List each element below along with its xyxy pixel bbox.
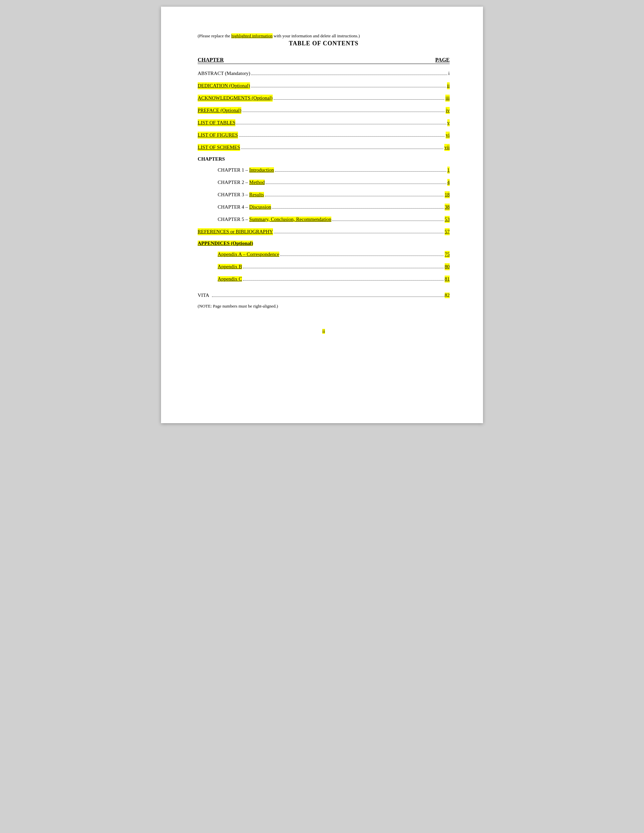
appendix-b-dots	[243, 268, 444, 268]
main-title: TABLE OF CONTENTS	[198, 40, 450, 47]
appendices-list: Appendix A – Correspondence 75 Appendix …	[198, 251, 450, 283]
chapter-4-dots	[272, 208, 444, 209]
toc-entry-chapter-2: CHAPTER 2 – Method 4	[218, 179, 450, 186]
chapter-5-dots	[332, 220, 444, 221]
preface-dots	[242, 112, 445, 112]
chapter-3-page: 18	[445, 191, 450, 198]
chapter-3-dots	[265, 196, 444, 196]
chapters-heading: CHAPTERS	[198, 156, 450, 162]
toc-entry-dedication: DEDICATION (Optional) ii	[198, 82, 450, 89]
chapter-1-title: CHAPTER 1 – Introduction	[218, 167, 274, 174]
chapter-2-dots	[266, 183, 446, 184]
abstract-page: i	[448, 70, 450, 77]
chapters-list: CHAPTER 1 – Introduction 1 CHAPTER 2 – M…	[198, 167, 450, 223]
toc-entry-chapter-5: CHAPTER 5 – Summary, Conclusion, Recomme…	[218, 216, 450, 223]
chapter-1-page: 1	[448, 167, 450, 174]
list-of-figures-dots	[239, 136, 445, 137]
toc-entry-appendix-b: Appendix B 80	[218, 263, 450, 270]
toc-entry-appendix-a: Appendix A – Correspondence 75	[218, 251, 450, 258]
chapter-2-title: CHAPTER 2 – Method	[218, 179, 265, 186]
list-of-figures-page: vi	[446, 132, 450, 138]
instruction-text-after: with your information and delete all ins…	[273, 33, 360, 38]
vita-left: VITA	[198, 293, 445, 298]
instruction-highlighted: highlighted information	[231, 33, 273, 38]
appendix-c-title: Appendix C	[218, 275, 242, 283]
abstract-title: ABSTRACT (Mandatory)	[198, 70, 250, 77]
dedication-dots	[251, 87, 446, 87]
appendix-c-page: 81	[445, 275, 450, 283]
toc-entry-list-of-figures: LIST OF FIGURES vi	[198, 132, 450, 138]
chapter-4-page: 38	[445, 204, 450, 211]
toc-entry-list-of-schemes: LIST OF SCHEMES vii	[198, 144, 450, 151]
chapter-1-dots	[275, 171, 446, 172]
references-page: 57	[445, 228, 450, 235]
references-title: REFERENCES or BIBLIOGRAPHY	[198, 228, 273, 235]
page: (Please replace the highlighted informat…	[161, 6, 483, 423]
appendix-b-page: 80	[445, 263, 450, 270]
appendices-heading-text: APPENDICES (Optional)	[198, 241, 253, 246]
toc-entry-preface: PREFACE (Optional) iv	[198, 107, 450, 114]
list-of-schemes-page: vii	[444, 144, 450, 151]
chapter-4-title: CHAPTER 4 – Discussion	[218, 204, 271, 211]
references-dots	[274, 233, 444, 233]
appendix-a-dots	[280, 256, 444, 256]
vita-label: VITA	[198, 293, 209, 298]
toc-entry-acknowledgments: ACKNOWLEDGMENTS (Optional) iii	[198, 95, 450, 101]
instruction-line: (Please replace the highlighted informat…	[198, 33, 450, 39]
toc-entry-chapter-1: CHAPTER 1 – Introduction 1	[218, 167, 450, 174]
chapter-header: CHAPTER	[198, 57, 224, 63]
preface-title: PREFACE (Optional)	[198, 107, 242, 114]
page-footer: ii	[198, 329, 450, 334]
toc-entry-appendix-c: Appendix C 81	[218, 275, 450, 283]
preface-page: iv	[446, 107, 450, 114]
toc-entry-list-of-tables: LIST OF TABLES v	[198, 119, 450, 126]
page-header: PAGE	[435, 57, 450, 63]
acknowledgments-page: iii	[445, 95, 450, 101]
abstract-dots	[251, 75, 448, 75]
list-of-tables-dots	[236, 124, 446, 124]
dedication-title: DEDICATION (Optional)	[198, 82, 250, 89]
list-of-tables-title: LIST OF TABLES	[198, 119, 235, 126]
appendix-a-page: 75	[445, 251, 450, 258]
acknowledgments-dots	[274, 99, 445, 100]
toc-entry-chapter-4: CHAPTER 4 – Discussion 38	[218, 204, 450, 211]
vita-row: VITA 82	[198, 293, 450, 298]
chapter-5-title: CHAPTER 5 – Summary, Conclusion, Recomme…	[218, 216, 331, 223]
dedication-page: ii	[447, 82, 450, 89]
footer-page-number: ii	[322, 329, 325, 334]
header-row: CHAPTER PAGE	[198, 57, 450, 64]
acknowledgments-title: ACKNOWLEDGMENTS (Optional)	[198, 95, 273, 101]
vita-page: 82	[445, 293, 450, 298]
list-of-tables-page: v	[448, 119, 450, 126]
toc-entry-chapter-3: CHAPTER 3 – Results 18	[218, 191, 450, 198]
chapter-5-page: 53	[445, 216, 450, 223]
note-line: (NOTE: Page numbers must be right-aligne…	[198, 304, 450, 309]
appendix-c-dots	[243, 280, 444, 281]
chapter-3-title: CHAPTER 3 – Results	[218, 191, 264, 198]
instruction-text-before: (Please replace the	[198, 33, 231, 38]
appendices-heading: APPENDICES (Optional)	[198, 241, 450, 246]
appendix-a-title: Appendix A – Correspondence	[218, 251, 279, 258]
appendix-b-title: Appendix B	[218, 263, 242, 270]
toc-entry-references: REFERENCES or BIBLIOGRAPHY 57	[198, 228, 450, 235]
toc-entry-abstract: ABSTRACT (Mandatory) i	[198, 70, 450, 77]
list-of-figures-title: LIST OF FIGURES	[198, 132, 238, 138]
list-of-schemes-title: LIST OF SCHEMES	[198, 144, 240, 151]
chapter-2-page: 4	[448, 179, 450, 186]
